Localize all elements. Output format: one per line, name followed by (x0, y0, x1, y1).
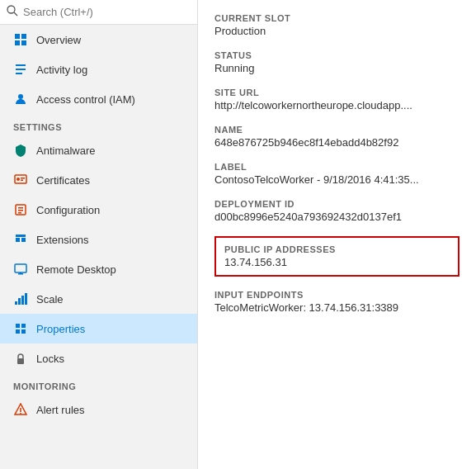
search-icon (7, 5, 18, 19)
svg-point-0 (7, 6, 15, 13)
search-input[interactable] (23, 6, 191, 18)
svg-rect-7 (16, 69, 26, 70)
sidebar-label-overview: Overview (36, 34, 81, 46)
svg-rect-5 (21, 40, 26, 45)
extension-icon (13, 232, 28, 247)
list-icon (13, 62, 28, 77)
scale-icon (13, 291, 28, 306)
svg-rect-26 (21, 296, 24, 305)
input-endpoints-label: INPUT ENDPOINTS (214, 290, 460, 300)
sidebar-label-properties: Properties (36, 323, 85, 335)
sidebar-label-locks: Locks (36, 353, 64, 365)
svg-rect-34 (20, 413, 21, 415)
svg-rect-17 (18, 212, 21, 214)
svg-point-11 (16, 178, 20, 181)
svg-rect-16 (18, 210, 23, 211)
deployment-id-value: d00bc8996e5240a793692432d0137ef1 (214, 211, 460, 223)
input-endpoints-value: TelcoMetricWorker: 13.74.156.31:3389 (214, 301, 460, 314)
svg-rect-4 (15, 40, 20, 45)
sidebar-label-remote-desktop: Remote Desktop (36, 263, 116, 276)
alert-icon (13, 402, 28, 417)
monitoring-section-label: MONITORING (0, 373, 197, 395)
svg-rect-32 (17, 358, 24, 364)
svg-line-1 (14, 12, 17, 16)
svg-rect-19 (21, 238, 26, 242)
certificate-icon (13, 173, 28, 187)
sidebar-label-activity-log: Activity log (36, 64, 87, 76)
sidebar-item-overview[interactable]: Overview (0, 25, 197, 54)
sidebar-item-antimalware[interactable]: Antimalware (0, 135, 197, 165)
name-label: NAME (214, 125, 460, 135)
svg-rect-29 (21, 324, 26, 328)
status-row: STATUS Running (214, 50, 460, 74)
name-value: 648e876725b946ec8f14ebadd4b82f92 (214, 136, 460, 149)
public-ip-label: PUBLIC IP ADDRESSES (224, 244, 450, 254)
current-slot-label: CURRENT SLOT (214, 13, 460, 23)
svg-rect-23 (20, 272, 21, 274)
sidebar-label-antimalware: Antimalware (36, 144, 96, 157)
sidebar-label-configuration: Configuration (36, 204, 100, 216)
public-ip-value: 13.74.156.31 (224, 256, 450, 268)
grid-icon (13, 32, 28, 47)
svg-rect-27 (25, 293, 27, 305)
sidebar-label-scale: Scale (36, 293, 64, 306)
desktop-icon (13, 262, 28, 277)
sidebar-item-alert-rules[interactable]: Alert rules (0, 395, 197, 424)
svg-rect-2 (15, 34, 20, 39)
svg-rect-18 (16, 238, 20, 242)
svg-rect-31 (21, 329, 26, 334)
svg-rect-3 (21, 34, 26, 39)
main-content: CURRENT SLOT Production STATUS Running S… (198, 0, 476, 469)
deployment-id-row: DEPLOYMENT ID d00bc8996e5240a793692432d0… (214, 199, 460, 223)
current-slot-row: CURRENT SLOT Production (214, 13, 460, 37)
config-icon (13, 202, 28, 217)
sidebar-item-access-control[interactable]: Access control (IAM) (0, 84, 197, 114)
input-endpoints-row: INPUT ENDPOINTS TelcoMetricWorker: 13.74… (214, 290, 460, 314)
status-label: STATUS (214, 50, 460, 60)
sidebar-item-scale[interactable]: Scale (0, 284, 197, 314)
search-bar[interactable] (0, 0, 197, 25)
sidebar-label-extensions: Extensions (36, 234, 89, 246)
properties-icon (13, 321, 28, 336)
top-nav: Overview Activity log Access control (IA… (0, 25, 197, 114)
sidebar-item-properties[interactable]: Properties (0, 314, 197, 343)
sidebar-item-locks[interactable]: Locks (0, 343, 197, 373)
person-icon (13, 92, 28, 107)
svg-rect-6 (16, 64, 26, 66)
svg-rect-24 (15, 301, 17, 305)
sidebar: Overview Activity log Access control (IA… (0, 0, 198, 469)
svg-rect-8 (16, 73, 22, 74)
sidebar-item-configuration[interactable]: Configuration (0, 195, 197, 225)
shield-icon (13, 143, 28, 158)
sidebar-label-access-control: Access control (IAM) (36, 93, 135, 106)
deployment-id-label: DEPLOYMENT ID (214, 199, 460, 209)
sidebar-item-activity-log[interactable]: Activity log (0, 54, 197, 84)
label-label: LABEL (214, 162, 460, 172)
sidebar-item-extensions[interactable]: Extensions (0, 225, 197, 254)
svg-rect-28 (16, 324, 20, 328)
svg-rect-15 (18, 207, 23, 209)
svg-rect-33 (20, 408, 21, 412)
site-url-value: http://telcoworkernortheurope.cloudapp..… (214, 99, 460, 111)
svg-rect-12 (21, 178, 25, 179)
svg-rect-21 (15, 264, 26, 272)
sidebar-item-certificates[interactable]: Certificates (0, 165, 197, 195)
site-url-label: SITE URL (214, 88, 460, 97)
sidebar-label-alert-rules: Alert rules (36, 404, 85, 416)
status-value: Running (214, 62, 460, 74)
site-url-row: SITE URL http://telcoworkernortheurope.c… (214, 88, 460, 111)
lock-icon (13, 351, 28, 366)
label-row: LABEL ContosoTelcoWorker - 9/18/2016 4:4… (214, 162, 460, 186)
current-slot-value: Production (214, 25, 460, 37)
public-ip-box: PUBLIC IP ADDRESSES 13.74.156.31 (214, 236, 460, 277)
label-value: ContosoTelcoWorker - 9/18/2016 4:41:35..… (214, 173, 460, 186)
svg-rect-13 (21, 180, 23, 182)
svg-rect-20 (16, 234, 26, 237)
name-row: NAME 648e876725b946ec8f14ebadd4b82f92 (214, 125, 460, 149)
svg-point-9 (18, 94, 23, 99)
sidebar-item-remote-desktop[interactable]: Remote Desktop (0, 254, 197, 284)
sidebar-label-certificates: Certificates (36, 174, 90, 187)
svg-rect-30 (16, 329, 20, 334)
svg-rect-25 (18, 298, 21, 305)
settings-section-label: SETTINGS (0, 114, 197, 135)
